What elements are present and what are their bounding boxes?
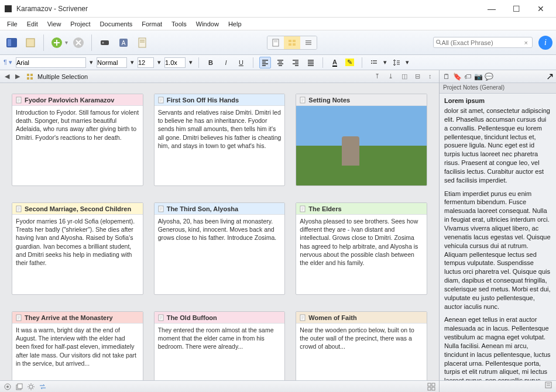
italic-button[interactable]: I — [220, 57, 232, 68]
collections-button[interactable] — [22, 35, 39, 51]
page-icon — [157, 205, 164, 212]
size-select[interactable] — [138, 57, 154, 68]
menu-tools[interactable]: Tools — [167, 19, 191, 29]
index-card[interactable]: Fyodor Pavlovich KaramazovIntroduction t… — [12, 94, 143, 186]
corkboard-view-button[interactable] — [284, 36, 300, 49]
notes-tab-icon[interactable]: 🗒 — [442, 72, 451, 81]
bold-button[interactable]: B — [205, 57, 217, 68]
add-dropdown-icon[interactable]: ▾ — [65, 39, 68, 46]
format-toolbar: ¶ ▾ ▾ ▾ ▾ ▾ B I U A ✎ ▾ ▾ — [0, 55, 556, 70]
nav-down-button[interactable]: ⤓ — [388, 73, 396, 81]
style-select[interactable] — [97, 57, 127, 68]
index-card[interactable]: The Old BuffoonThey entered the room alm… — [154, 311, 286, 380]
underline-button[interactable]: U — [235, 57, 247, 68]
menu-file[interactable]: File — [2, 19, 22, 29]
align-center-button[interactable] — [274, 57, 286, 68]
document-view-button[interactable] — [267, 36, 284, 49]
bookmarks-tab-icon[interactable]: 🔖 — [452, 72, 462, 81]
spacing-dropdown-icon[interactable]: ▾ — [406, 59, 409, 66]
snapshots-tab-icon[interactable]: 📷 — [473, 72, 483, 81]
arrows-icon[interactable] — [39, 383, 47, 391]
card-synopsis[interactable]: Fyodor marries 16 yr-old Sofia (elopemen… — [12, 215, 143, 294]
view-mode-group — [267, 36, 317, 50]
keywords-button[interactable] — [97, 35, 113, 51]
comments-tab-icon[interactable]: 💬 — [484, 72, 493, 81]
corkboard[interactable]: Fyodor Pavlovich KaramazovIntroduction t… — [0, 83, 439, 380]
card-synopsis[interactable]: Alyosha pleased to see brothers. Sees ho… — [296, 215, 427, 294]
inspector-expand-icon[interactable]: ↗ — [546, 71, 554, 82]
svg-rect-48 — [432, 383, 435, 386]
compile-button[interactable] — [134, 35, 150, 51]
highlight-button[interactable]: ✎ — [344, 57, 356, 68]
style-dropdown-icon[interactable]: ▾ — [131, 59, 134, 66]
split-h-button[interactable]: ◫ — [401, 73, 410, 81]
stack-icon[interactable] — [15, 383, 23, 391]
minimize-button[interactable]: — — [480, 1, 503, 16]
project-notes[interactable]: Lorem ipsum dolor sit amet, consectetur … — [440, 94, 556, 380]
grid-icon[interactable] — [427, 383, 435, 391]
styles-dropdown-icon[interactable]: ¶ ▾ — [4, 59, 12, 66]
nav-up-button[interactable]: ⤒ — [375, 73, 383, 81]
search-clear-icon[interactable]: × — [523, 39, 530, 46]
card-title: Second Marriage, Second Children — [25, 205, 131, 212]
notes-footer-icon[interactable] — [544, 381, 552, 389]
binder-toggle-button[interactable] — [4, 35, 20, 51]
index-card[interactable]: Women of FaithNear the wooden portico be… — [296, 311, 427, 380]
split-v-button[interactable]: ⊟ — [415, 73, 423, 81]
font-select[interactable] — [16, 57, 86, 68]
snapshot-button[interactable]: A — [115, 35, 132, 51]
index-card[interactable]: First Son Off His HandsServants and rela… — [154, 94, 286, 186]
index-card[interactable]: The EldersAlyosha pleased to see brother… — [296, 202, 427, 295]
list-button[interactable] — [368, 57, 380, 68]
align-justify-button[interactable] — [305, 57, 317, 68]
zoom-select[interactable] — [164, 57, 186, 68]
svg-point-25 — [371, 60, 372, 61]
gear-icon[interactable] — [27, 383, 35, 391]
info-button[interactable]: i — [538, 36, 552, 50]
nav-back-button[interactable]: ◀ — [2, 72, 12, 81]
maximize-button[interactable]: ☐ — [504, 1, 528, 16]
font-dropdown-icon[interactable]: ▾ — [90, 59, 93, 66]
search-field[interactable]: × — [433, 37, 533, 48]
card-synopsis[interactable]: Near the wooden portico below, built on … — [296, 324, 427, 380]
index-card[interactable]: Setting Notes — [296, 94, 427, 186]
card-synopsis[interactable]: They entered the room almost at the same… — [155, 324, 285, 380]
text-color-button[interactable]: A — [329, 57, 341, 68]
align-left-button[interactable] — [259, 57, 271, 68]
inspector-toolbar: 🗒 🔖 🏷 📷 💬 ↗ — [440, 70, 556, 83]
size-dropdown-icon[interactable]: ▾ — [157, 59, 161, 66]
menu-window[interactable]: Window — [191, 19, 224, 29]
target-icon[interactable] — [4, 383, 12, 391]
align-right-button[interactable] — [290, 57, 301, 68]
svg-rect-2 — [8, 39, 11, 46]
nav-forward-button[interactable]: ▶ — [13, 72, 22, 81]
menu-view[interactable]: View — [43, 19, 66, 29]
expand-button[interactable]: ↕ — [428, 73, 437, 81]
menu-edit[interactable]: Edit — [22, 19, 43, 29]
menu-documents[interactable]: Documents — [95, 19, 138, 29]
editor-header: ◀ ▶ Multiple Selection ⤒ ⤓ ◫ ⊟ ↕ — [0, 70, 439, 83]
svg-rect-45 — [18, 384, 22, 388]
index-card[interactable]: The Third Son, AlyoshaAlyosha, 20, has b… — [154, 202, 286, 295]
index-card[interactable]: Second Marriage, Second ChildrenFyodor m… — [12, 202, 143, 295]
menu-help[interactable]: Help — [224, 19, 246, 29]
outline-view-button[interactable] — [300, 36, 317, 49]
inspector: 🗒 🔖 🏷 📷 💬 ↗ Project Notes (General) Lore… — [439, 70, 556, 392]
card-image[interactable] — [296, 106, 427, 185]
menu-format[interactable]: Format — [137, 19, 167, 29]
index-card[interactable]: They Arrive at the MonasteryIt was a war… — [12, 311, 143, 380]
close-button[interactable]: ✕ — [529, 1, 552, 16]
menu-project[interactable]: Project — [66, 19, 95, 29]
card-synopsis[interactable]: Alyosha, 20, has been living at monaster… — [155, 215, 285, 294]
card-synopsis[interactable]: It was a warm, bright day at the end of … — [12, 324, 143, 380]
add-button[interactable] — [49, 35, 65, 51]
zoom-dropdown-icon[interactable]: ▾ — [189, 59, 193, 66]
metadata-tab-icon[interactable]: 🏷 — [463, 72, 472, 81]
line-spacing-button[interactable] — [390, 57, 402, 68]
list-dropdown-icon[interactable]: ▾ — [383, 59, 387, 66]
search-input[interactable] — [442, 39, 523, 46]
trash-button[interactable] — [70, 35, 87, 51]
card-synopsis[interactable]: Introduction to Fyodor. Still famous for… — [12, 106, 143, 185]
svg-point-46 — [29, 385, 33, 388]
card-synopsis[interactable]: Servants and relatives raise Dmitri. Dmi… — [155, 106, 285, 185]
